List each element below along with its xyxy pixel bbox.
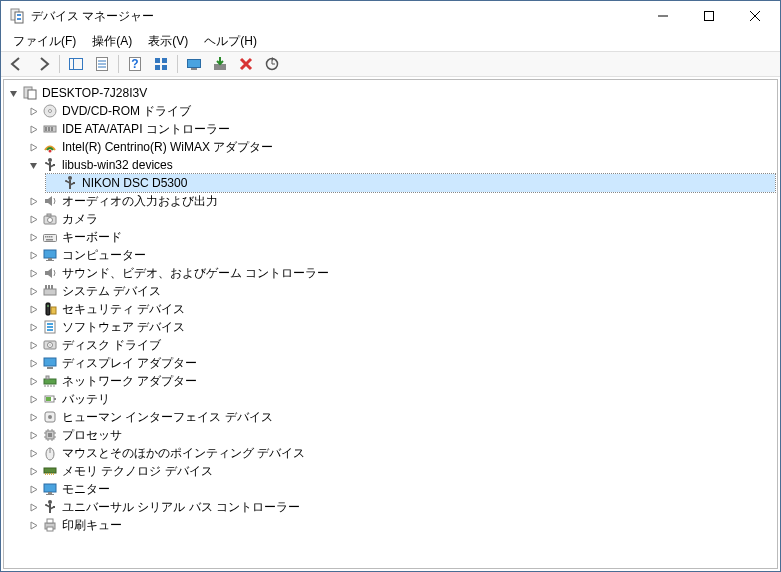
- tree-category-row[interactable]: バッテリ: [26, 390, 775, 408]
- tree-category-label: セキュリティ デバイス: [62, 301, 185, 318]
- display-icon: [42, 355, 58, 371]
- expand-icon[interactable]: [26, 302, 40, 316]
- keyboard-icon: [42, 229, 58, 245]
- toolbar: ?: [1, 51, 780, 77]
- forward-button[interactable]: [31, 53, 55, 75]
- security-icon: [42, 301, 58, 317]
- expand-icon[interactable]: [26, 338, 40, 352]
- tree-category-row[interactable]: メモリ テクノロジ デバイス: [26, 462, 775, 480]
- maximize-button[interactable]: [686, 1, 732, 31]
- printer-icon: [42, 517, 58, 533]
- tree-device-row[interactable]: NIKON DSC D5300: [46, 174, 775, 192]
- tree-category-row[interactable]: 印刷キュー: [26, 516, 775, 534]
- properties-icon: [94, 56, 110, 72]
- menu-help[interactable]: ヘルプ(H): [196, 31, 265, 52]
- view-button[interactable]: [149, 53, 173, 75]
- expand-icon[interactable]: [26, 284, 40, 298]
- tree-category-label: バッテリ: [62, 391, 110, 408]
- svg-point-32: [49, 150, 52, 153]
- svg-text:?: ?: [131, 57, 138, 71]
- close-button[interactable]: [732, 1, 778, 31]
- expand-icon[interactable]: [26, 194, 40, 208]
- svg-rect-21: [191, 68, 197, 70]
- svg-rect-53: [44, 289, 56, 295]
- help-button[interactable]: ?: [123, 53, 147, 75]
- expand-icon[interactable]: [26, 446, 40, 460]
- device-tree-panel[interactable]: DESKTOP-7J28I3V DVD/CD-ROM ドライブIDE ATA/A…: [3, 79, 778, 569]
- tree-category-row[interactable]: キーボード: [26, 228, 775, 246]
- expand-icon[interactable]: [26, 392, 40, 406]
- expand-icon[interactable]: [26, 320, 40, 334]
- tree-category-row[interactable]: セキュリティ デバイス: [26, 300, 775, 318]
- svg-rect-29: [45, 127, 47, 131]
- svg-rect-100: [46, 494, 54, 495]
- back-button[interactable]: [5, 53, 29, 75]
- expand-icon[interactable]: [26, 428, 40, 442]
- uninstall-device-button[interactable]: [234, 53, 258, 75]
- tree-category-row[interactable]: プロセッサ: [26, 426, 775, 444]
- audio-icon: [42, 265, 58, 281]
- tree-category-row[interactable]: Intel(R) Centrino(R) WiMAX アダプター: [26, 138, 775, 156]
- tree-category-row[interactable]: ヒューマン インターフェイス デバイス: [26, 408, 775, 426]
- expand-icon[interactable]: [26, 464, 40, 478]
- minimize-button[interactable]: [640, 1, 686, 31]
- svg-rect-96: [51, 473, 52, 475]
- tree-category-label: ネットワーク アダプター: [62, 373, 197, 390]
- tree-category-row[interactable]: ソフトウェア デバイス: [26, 318, 775, 336]
- expand-icon[interactable]: [26, 518, 40, 532]
- menu-action[interactable]: 操作(A): [84, 31, 140, 52]
- tree-category-row[interactable]: ネットワーク アダプター: [26, 372, 775, 390]
- svg-rect-55: [48, 285, 50, 289]
- tree-category-row[interactable]: サウンド、ビデオ、およびゲーム コントローラー: [26, 264, 775, 282]
- expand-icon[interactable]: [26, 122, 40, 136]
- expand-icon[interactable]: [26, 374, 40, 388]
- expand-icon[interactable]: [26, 212, 40, 226]
- collapse-icon[interactable]: [26, 158, 40, 172]
- tree-category-row[interactable]: libusb-win32 devices: [26, 156, 775, 174]
- maximize-icon: [704, 11, 714, 21]
- tree-category-label: マウスとそのほかのポインティング デバイス: [62, 445, 305, 462]
- svg-rect-59: [51, 307, 56, 314]
- tree-root-row[interactable]: DESKTOP-7J28I3V: [6, 84, 775, 102]
- menu-file[interactable]: ファイル(F): [5, 31, 84, 52]
- install-icon: [212, 56, 228, 72]
- window-title: デバイス マネージャー: [31, 8, 640, 25]
- expand-icon[interactable]: [26, 356, 40, 370]
- svg-rect-19: [162, 65, 167, 70]
- expand-icon[interactable]: [26, 248, 40, 262]
- tree-category-label: カメラ: [62, 211, 98, 228]
- tree-category-row[interactable]: システム デバイス: [26, 282, 775, 300]
- tree-category-label: サウンド、ビデオ、およびゲーム コントローラー: [62, 265, 329, 282]
- tree-category-row[interactable]: コンピューター: [26, 246, 775, 264]
- tree-category-row[interactable]: ディスク ドライブ: [26, 336, 775, 354]
- tree-category-row[interactable]: カメラ: [26, 210, 775, 228]
- tree-category-row[interactable]: IDE ATA/ATAPI コントローラー: [26, 120, 775, 138]
- svg-rect-57: [46, 303, 50, 315]
- usb-icon: [62, 175, 78, 191]
- collapse-icon[interactable]: [6, 86, 20, 100]
- enable-device-button[interactable]: [208, 53, 232, 75]
- grid-icon: [153, 56, 169, 72]
- tree-category-row[interactable]: ユニバーサル シリアル バス コントローラー: [26, 498, 775, 516]
- forward-arrow-icon: [35, 56, 51, 72]
- properties-button[interactable]: [90, 53, 114, 75]
- svg-rect-17: [162, 58, 167, 63]
- expand-icon[interactable]: [26, 230, 40, 244]
- tree-category-row[interactable]: DVD/CD-ROM ドライブ: [26, 102, 775, 120]
- tree-category-row[interactable]: オーディオの入力および出力: [26, 192, 775, 210]
- show-hide-console-button[interactable]: [64, 53, 88, 75]
- scan-hardware-button[interactable]: [260, 53, 284, 75]
- tree-category-row[interactable]: モニター: [26, 480, 775, 498]
- menu-view[interactable]: 表示(V): [140, 31, 196, 52]
- tree-category-row[interactable]: ディスプレイ アダプター: [26, 354, 775, 372]
- expand-icon[interactable]: [26, 410, 40, 424]
- expand-icon[interactable]: [26, 266, 40, 280]
- expand-icon[interactable]: [26, 500, 40, 514]
- expand-icon[interactable]: [26, 482, 40, 496]
- tree-category-row[interactable]: マウスとそのほかのポインティング デバイス: [26, 444, 775, 462]
- tree-device-label: NIKON DSC D5300: [82, 176, 187, 190]
- expand-icon[interactable]: [26, 104, 40, 118]
- svg-rect-76: [54, 398, 56, 400]
- update-driver-button[interactable]: [182, 53, 206, 75]
- expand-icon[interactable]: [26, 140, 40, 154]
